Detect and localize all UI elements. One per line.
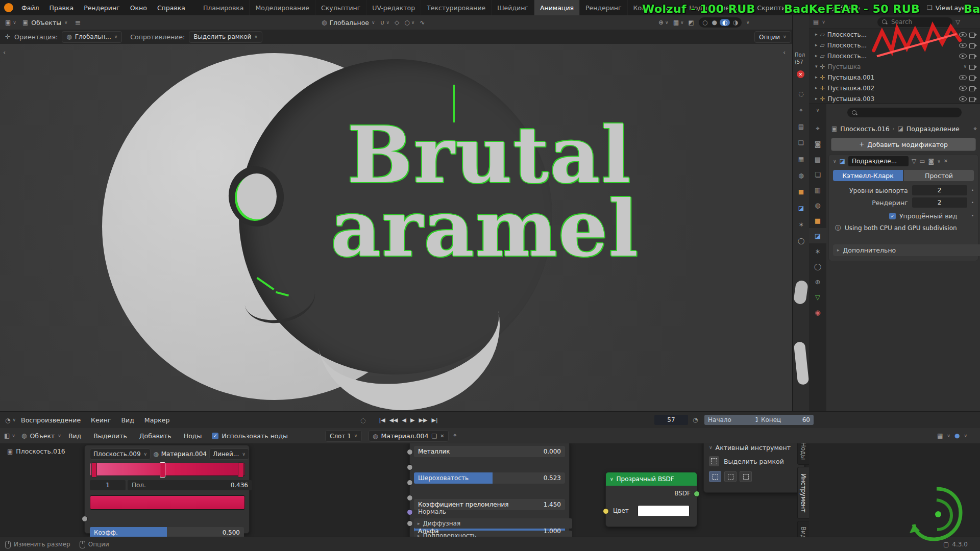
camera-icon[interactable] — [969, 64, 977, 69]
shader-node-area[interactable]: ▣ Плоскость.016 Плоскость.009 ∨ ◍ Матери… — [0, 443, 980, 537]
xray-toggle-icon[interactable]: ◩ — [689, 19, 694, 26]
extras-menu-icon[interactable]: ∨ — [937, 159, 941, 164]
sidebar-tab-nodes[interactable]: Ноды — [797, 443, 809, 465]
overlay-toggle-icon[interactable]: ▦ — [937, 433, 943, 439]
workspace-tab-sculpting[interactable]: Скульптинг — [315, 0, 366, 15]
pin-icon[interactable]: ⌖ — [453, 432, 457, 438]
tab-object-data[interactable]: ▽ — [809, 289, 826, 305]
tab-view-layer[interactable]: ❏ — [809, 167, 826, 182]
shading-rendered-icon[interactable]: ◑ — [731, 19, 739, 26]
tab-world[interactable]: ◍ — [809, 197, 826, 213]
overlays-toggle[interactable]: ▦ ∨ — [673, 19, 684, 26]
outliner-row[interactable]: ▸ ✛ Пустышка.002 — [809, 83, 980, 93]
sliver-tab-icon[interactable]: ◌ — [798, 91, 803, 97]
modifier-name-field[interactable]: Подразделе... — [848, 156, 909, 166]
input-socket[interactable] — [407, 520, 413, 527]
sliver-tab-icon[interactable]: ∗ — [798, 221, 803, 228]
principled-bsdf-node[interactable]: Металлик 0.000 Шероховатость 0.523 Коэфф… — [409, 443, 570, 537]
sliver-tab-icon[interactable]: ◍ — [798, 172, 803, 179]
render-display-icon[interactable]: ◙ — [928, 158, 935, 164]
tab-particles[interactable]: ∗ — [809, 243, 826, 259]
camera-icon[interactable] — [969, 54, 977, 59]
orientation-value-dropdown[interactable]: ◍ Глобальн... ∨ — [62, 31, 122, 43]
properties-search-input[interactable] — [860, 109, 939, 117]
material-datablock[interactable]: ◍ Материал.004 ❏ ✕ — [369, 430, 449, 442]
chevron-right-icon[interactable]: ▸ — [815, 32, 818, 37]
ramp-color-swatch[interactable] — [90, 495, 245, 510]
tab-simple[interactable]: Простой — [904, 170, 974, 181]
timeline-editor-icon[interactable]: ◔ — [5, 417, 10, 423]
workspace-tab-shading[interactable]: Шейдинг — [492, 0, 534, 15]
tab-physics[interactable]: ◯ — [809, 259, 826, 274]
input-socket[interactable] — [407, 464, 413, 470]
camera-icon[interactable] — [969, 75, 977, 80]
jump-to-end-button[interactable]: ▶| — [431, 417, 437, 423]
transparent-node-header[interactable]: ∨ Прозрачный BSDF — [606, 472, 697, 486]
color-swatch[interactable] — [638, 505, 690, 517]
slot-dropdown[interactable]: Слот 1 ∨ — [325, 430, 362, 442]
falloff-curve-icon[interactable]: ∿ — [420, 19, 425, 26]
ramp-fac-slider[interactable]: Коэфф. 0.500 — [90, 527, 244, 537]
input-socket[interactable] — [82, 516, 88, 522]
metallic-slider[interactable]: Металлик 0.000 — [414, 446, 565, 457]
select-mode-extend-icon[interactable] — [724, 471, 737, 482]
sliver-tab-icon[interactable]: ◯ — [798, 238, 804, 244]
box-select-tool-icon[interactable] — [709, 456, 719, 466]
shader-type-dropdown[interactable]: ◍ Объект ∨ — [21, 432, 61, 440]
eye-icon[interactable] — [959, 75, 967, 80]
shading-wireframe-icon[interactable]: ○ — [701, 19, 709, 26]
eye-icon[interactable] — [959, 86, 967, 91]
frame-start-field[interactable]: Начало 1 — [704, 415, 763, 425]
frame-end-field[interactable]: Конец 60 — [757, 415, 814, 425]
transparent-bsdf-node[interactable]: ∨ Прозрачный BSDF BSDF Цвет — [605, 472, 697, 527]
color-input-socket[interactable] — [603, 508, 609, 514]
menu-view[interactable]: Вид — [116, 412, 139, 429]
editor-type-icon[interactable]: ▣ — [5, 19, 11, 26]
realtime-display-icon[interactable]: ▭ — [919, 158, 925, 164]
menu-add[interactable]: Добавить — [134, 428, 177, 443]
text-object-line2[interactable]: aramel — [331, 190, 639, 267]
shading-solid-icon[interactable]: ● — [710, 19, 718, 26]
falloff-value-dropdown[interactable]: Выделить рамкой ∨ — [189, 31, 262, 43]
current-frame-field[interactable]: 57 — [654, 415, 688, 425]
menu-select[interactable]: Выделить — [88, 428, 132, 443]
sliver-tab-icon[interactable]: ⌖ — [799, 107, 803, 113]
camera-icon[interactable] — [969, 32, 977, 37]
advanced-panel[interactable]: ▸ Дополнительно — [833, 244, 980, 256]
bsdf-output-socket[interactable] — [694, 491, 700, 497]
tab-output[interactable]: ▤ — [809, 152, 826, 167]
ramp-index-field[interactable]: 1 — [90, 480, 126, 490]
camera-icon[interactable] — [969, 96, 977, 102]
chevron-right-icon[interactable]: ▸ — [815, 75, 818, 80]
caret-down-icon[interactable]: ▾ — [815, 64, 818, 69]
menu-render[interactable]: Рендеринг — [79, 0, 125, 15]
error-badge[interactable]: ✕ — [797, 70, 804, 78]
properties-search[interactable] — [847, 108, 962, 117]
optimal-display-checkbox[interactable]: ✓ — [889, 213, 896, 219]
pin-icon[interactable]: ⌖ — [973, 126, 977, 132]
outliner-row[interactable]: ▸ ✛ Пустышка.001 — [809, 72, 980, 83]
tab-constraints[interactable]: ⊕ — [809, 274, 826, 289]
prev-keyframe-button[interactable]: ◀◀ — [389, 417, 398, 423]
snap-mode-icon[interactable]: ◇ — [395, 19, 399, 26]
options-dropdown[interactable]: Опции ∨ — [754, 31, 791, 43]
blender-logo-icon[interactable] — [4, 3, 13, 12]
chevron-down-icon[interactable]: ∨ — [709, 445, 713, 450]
roughness-slider[interactable]: Шероховатость 0.523 — [414, 472, 565, 484]
sliver-tab-icon[interactable]: ▦ — [798, 156, 804, 162]
shading-material-icon[interactable]: ◐ — [720, 19, 730, 26]
chevron-down-icon[interactable]: ∨ — [833, 159, 837, 164]
sliver-tab-icon[interactable]: ◪ — [798, 205, 804, 211]
add-modifier-button[interactable]: + Добавить модификатор — [831, 138, 976, 151]
sidebar-tab-tool[interactable]: Инструмент — [797, 467, 809, 519]
chevron-down-icon[interactable]: ∨ — [963, 64, 967, 69]
viewlayer-selector[interactable]: ❏ ViewLayer — [927, 0, 968, 15]
proportional-edit-toggle[interactable]: ○ ∨ — [404, 19, 414, 26]
viewport-3d[interactable]: ‹ ‹ Brutal aramel — [0, 44, 792, 411]
input-socket[interactable] — [407, 480, 413, 486]
tab-modifiers[interactable]: ◪ — [809, 228, 826, 243]
hamburger-icon[interactable]: ≡ — [75, 19, 81, 26]
play-button[interactable]: ▶ — [410, 417, 414, 423]
camera-icon[interactable] — [969, 43, 977, 48]
ior-slider[interactable]: Коэффициент преломления 1.450 — [414, 499, 565, 510]
